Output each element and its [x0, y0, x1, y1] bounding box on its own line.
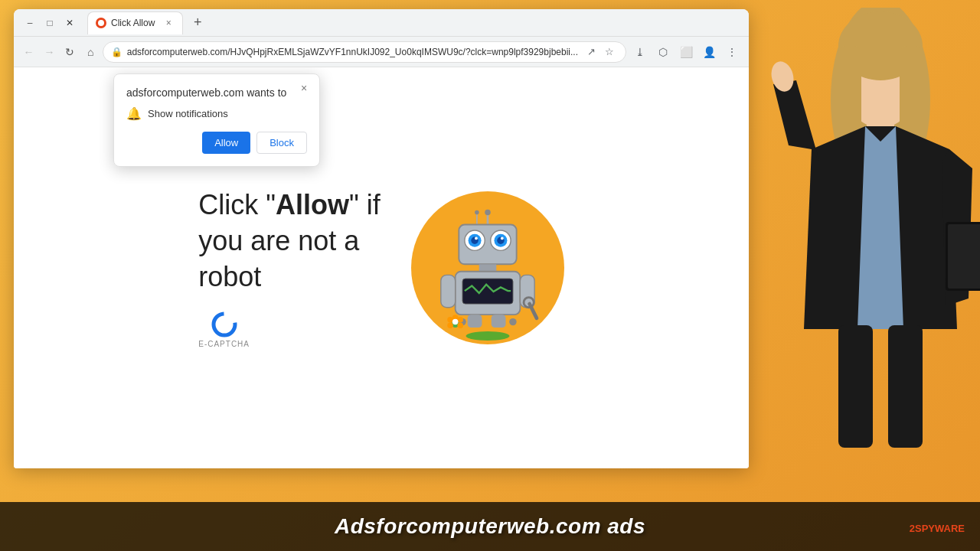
popup-buttons: Allow Block — [126, 132, 307, 154]
window-close-button[interactable]: ✕ — [60, 13, 80, 33]
svg-rect-24 — [491, 315, 505, 328]
robot-illustration — [411, 191, 564, 344]
address-bar[interactable]: 🔒 adsforcomputerweb.com/HJvQHpjRxEMLSjaW… — [103, 41, 626, 63]
svg-rect-23 — [467, 315, 482, 328]
svg-rect-42 — [838, 325, 873, 448]
svg-point-0 — [214, 314, 235, 335]
navigation-bar: ← → ↻ ⌂ 🔒 adsforcomputerweb.com/HJvQHpjR… — [14, 37, 749, 67]
svg-point-2 — [485, 210, 491, 216]
svg-point-13 — [501, 237, 504, 240]
page-background: – □ ✕ Click Allow × + ← → ↻ ⌂ 🔒 — [0, 0, 980, 551]
ecaptcha-label: E-CAPTCHA — [198, 340, 250, 348]
address-text: adsforcomputerweb.com/HJvQHpjRxEMLSjaWZv… — [127, 47, 578, 57]
popup-title: adsforcomputerweb.com wants to — [126, 86, 307, 99]
svg-point-12 — [475, 237, 478, 240]
ecaptcha-logo: E-CAPTCHA — [198, 311, 250, 348]
heading-text: Click "Allow" ifyou are not arobot — [198, 189, 381, 292]
svg-point-30 — [447, 323, 453, 329]
block-button[interactable]: Block — [256, 132, 307, 154]
svg-rect-43 — [888, 325, 923, 448]
share-page-button[interactable]: ↗ — [583, 44, 599, 60]
popup-close-button[interactable]: × — [296, 80, 312, 96]
browser-content: × adsforcomputerweb.com wants to 🔔 Show … — [14, 67, 749, 468]
svg-rect-19 — [441, 275, 456, 307]
robot-svg — [434, 207, 541, 329]
refresh-button[interactable]: ↻ — [61, 41, 79, 63]
address-icons: ↗ ☆ — [583, 44, 618, 60]
extensions-icon[interactable]: ⬡ — [652, 41, 674, 63]
svg-point-26 — [447, 317, 453, 323]
back-button[interactable]: ← — [20, 41, 38, 63]
favicon-inner — [98, 20, 104, 26]
profile-button[interactable]: 👤 — [698, 41, 720, 63]
spyware-label: 2SPYWARE — [910, 523, 965, 534]
minimize-button[interactable]: – — [20, 13, 40, 33]
svg-rect-16 — [462, 279, 513, 304]
woman-svg — [766, 8, 980, 459]
spyware-logo: 2SPYWARE — [910, 523, 965, 534]
woman-figure — [766, 8, 980, 459]
popup-notification-row: 🔔 Show notifications — [126, 106, 307, 121]
grass-svg — [457, 329, 518, 341]
lock-icon: 🔒 — [111, 47, 122, 57]
new-tab-button[interactable]: + — [188, 13, 207, 33]
tab-title: Click Allow — [111, 18, 155, 28]
bookmark-button[interactable]: ☆ — [601, 44, 618, 60]
nav-right-icons: ⤓ ⬡ ⬜ 👤 ⋮ — [629, 41, 743, 63]
svg-rect-20 — [520, 275, 534, 307]
captcha-section: Click "Allow" ifyou are not arobot E-CAP… — [198, 187, 381, 347]
window-controls: – □ ✕ — [20, 13, 80, 33]
ecaptcha-icon — [211, 311, 238, 338]
svg-point-29 — [457, 323, 463, 329]
svg-point-31 — [452, 319, 459, 325]
popup-notification-text: Show notifications — [148, 108, 228, 119]
tab-favicon — [96, 18, 106, 28]
browser-window: – □ ✕ Click Allow × + ← → ↻ ⌂ 🔒 — [14, 9, 749, 468]
bell-icon: 🔔 — [126, 106, 142, 121]
svg-point-32 — [466, 331, 509, 341]
menu-button[interactable]: ⋮ — [721, 41, 743, 63]
notification-popup: × adsforcomputerweb.com wants to 🔔 Show … — [113, 73, 320, 167]
svg-point-18 — [509, 318, 516, 325]
svg-rect-14 — [479, 264, 496, 271]
downloads-icon[interactable]: ⤓ — [629, 41, 651, 63]
browser-titlebar: – □ ✕ Click Allow × + — [14, 9, 749, 37]
svg-rect-41 — [948, 224, 980, 289]
allow-button[interactable]: Allow — [202, 132, 250, 154]
split-screen-icon[interactable]: ⬜ — [675, 41, 697, 63]
maximize-button[interactable]: □ — [40, 13, 60, 33]
svg-point-28 — [457, 317, 463, 323]
home-button[interactable]: ⌂ — [82, 41, 100, 63]
page-heading: Click "Allow" ifyou are not arobot — [198, 187, 381, 295]
caption-text: Adsforcomputerweb.com ads — [335, 514, 645, 538]
tab-close-button[interactable]: × — [162, 17, 175, 29]
forward-button[interactable]: → — [41, 41, 58, 63]
svg-point-4 — [475, 210, 479, 215]
bottom-caption: Adsforcomputerweb.com ads — [0, 502, 980, 551]
browser-tab[interactable]: Click Allow × — [87, 11, 183, 34]
